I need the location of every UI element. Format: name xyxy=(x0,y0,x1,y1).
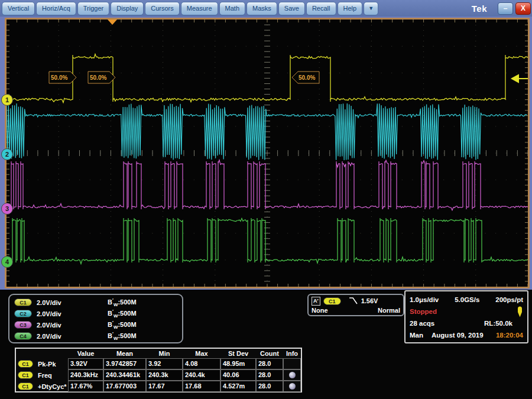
bandwidth-value: B′W:500M xyxy=(108,331,137,341)
channel-pill[interactable]: C1 xyxy=(18,382,33,390)
info-icon[interactable] xyxy=(289,383,296,390)
reference-callout: 50.0% xyxy=(87,71,116,84)
bw-limit: :500M xyxy=(118,310,136,317)
channel-row-c2: C22.0V/divB′W:500M xyxy=(14,308,177,319)
info-cell xyxy=(283,358,301,369)
info-cell xyxy=(283,369,301,381)
bandwidth-value: B′W:500M xyxy=(108,309,137,319)
measurement-row-label: C1+DtyCyc* xyxy=(16,381,68,392)
measurement-name: Freq xyxy=(38,372,52,379)
menu-item-cursors[interactable]: Cursors xyxy=(145,2,180,15)
menu-item-measure[interactable]: Measure xyxy=(181,2,218,15)
display-area: 1234 50.0%50.0%50.0% xyxy=(0,17,532,290)
vertical-scale-value: 2.0V/div xyxy=(37,322,108,329)
bandwidth-value: B′W:500M xyxy=(108,320,137,330)
measurement-value-cell: 17.67 xyxy=(146,381,183,392)
trigger-level-icon[interactable] xyxy=(512,75,528,82)
menu-item-trigger[interactable]: Trigger xyxy=(77,2,109,15)
channel-pill[interactable]: C1 xyxy=(18,360,33,368)
info-cell xyxy=(283,381,301,392)
menu-item-horiz-acq[interactable]: Horiz/Acq xyxy=(36,2,76,15)
measurement-value-cell: 17.677003 xyxy=(103,381,146,392)
measurement-table-header: ValueMeanMinMaxSt DevCountInfo xyxy=(16,349,301,358)
channel-3-badge[interactable]: 3 xyxy=(1,203,13,215)
header-blank xyxy=(16,349,68,358)
channel-c4-pill[interactable]: C4 xyxy=(14,332,32,340)
svg-text:50.0%: 50.0% xyxy=(51,74,67,81)
column-header-max: Max xyxy=(183,349,220,358)
measurement-value-cell: 40.06 xyxy=(220,369,256,381)
measurement-value-cell: 28.0 xyxy=(256,369,283,381)
channel-c3-pill[interactable]: C3 xyxy=(14,321,32,329)
resolution: 200ps/pt xyxy=(495,296,523,303)
trigger-mode-b: Normal xyxy=(378,307,400,314)
channel-4-badge[interactable]: 4 xyxy=(1,256,13,268)
column-header-st-dev: St Dev xyxy=(220,349,256,358)
measurement-value-cell: 4.527m xyxy=(220,381,256,392)
graticule-center-ticks xyxy=(17,25,528,281)
info-icon[interactable] xyxy=(289,372,296,378)
measurement-row-label: C1Freq xyxy=(16,369,68,381)
column-header-count: Count xyxy=(256,349,283,358)
svg-text:50.0%: 50.0% xyxy=(90,74,106,81)
measurement-value-cell: 3.9742857 xyxy=(103,358,146,369)
close-icon: X xyxy=(521,4,525,12)
channel-row-c1: C12.0V/divB′W:500M xyxy=(14,297,177,308)
readout-bar: C12.0V/divB′W:500MC22.0V/divB′W:500MC32.… xyxy=(0,290,532,399)
bw-prefix: B xyxy=(108,332,112,339)
menu-item-help[interactable]: Help xyxy=(338,2,363,15)
bw-limit: :500M xyxy=(118,299,136,306)
measurement-row-label: C1Pk-Pk xyxy=(16,358,68,369)
reference-callout: 50.0% xyxy=(48,71,77,84)
measurement-value-cell: 17.68 xyxy=(183,381,220,392)
measurement-value-cell: 4.08 xyxy=(183,358,220,369)
measurement-value-cell: 28.0 xyxy=(256,358,283,369)
menu-bar: VerticalHoriz/AcqTriggerDisplayCursorsMe… xyxy=(0,0,532,17)
column-header-mean: Mean xyxy=(103,349,146,358)
menu-item-display[interactable]: Display xyxy=(111,2,144,15)
date-label: August 09, 2019 xyxy=(423,332,496,339)
record-marker-icon xyxy=(517,306,523,318)
graticule xyxy=(5,18,530,288)
measurement-table: ValueMeanMinMaxSt DevCountInfo C1Pk-Pk3.… xyxy=(15,348,302,392)
tek-logo: Tek xyxy=(472,4,487,14)
channel-c2-pill[interactable]: C2 xyxy=(14,310,32,317)
menu-item-masks[interactable]: Masks xyxy=(246,2,277,15)
measurement-value-cell: 240.3k xyxy=(146,369,183,381)
trigger-position-icon[interactable] xyxy=(108,20,117,25)
svg-text:50.0%: 50.0% xyxy=(299,74,315,81)
bw-prefix: B xyxy=(108,321,112,328)
channel-1-badge[interactable]: 1 xyxy=(1,94,13,106)
menu-item-math[interactable]: Math xyxy=(219,2,245,15)
bw-prefix: B xyxy=(108,310,112,317)
channel-pill[interactable]: C1 xyxy=(18,371,33,379)
channel-c1-pill[interactable]: C1 xyxy=(14,299,32,306)
menu-item-recall[interactable]: Recall xyxy=(306,2,336,15)
waveform-plot xyxy=(7,20,528,287)
measurement-value-cell: 48.95m xyxy=(220,358,256,369)
menu-item-save[interactable]: Save xyxy=(278,2,305,15)
channel-settings-panel: C12.0V/divB′W:500MC22.0V/divB′W:500MC32.… xyxy=(8,294,183,343)
vertical-scale-value: 2.0V/div xyxy=(37,333,108,340)
bw-limit: :500M xyxy=(118,332,136,339)
bandwidth-value: B′W:500M xyxy=(108,297,137,307)
bw-prefix: B xyxy=(108,299,112,306)
minimize-icon: – xyxy=(504,4,508,12)
bw-limit: :500M xyxy=(118,321,136,328)
menu-item-vertical[interactable]: Vertical xyxy=(2,2,35,15)
timebase-panel: 1.0μs/div 5.0GS/s 200ps/pt Stopped 28 ac… xyxy=(404,290,528,343)
menu-dropdown-button[interactable]: ▼ xyxy=(364,2,378,15)
channel-row-c3: C32.0V/divB′W:500M xyxy=(14,319,177,330)
measurement-value-cell: 3.92V xyxy=(68,358,103,369)
trigger-mode-a: None xyxy=(312,307,328,314)
column-header-min: Min xyxy=(146,349,183,358)
minimize-button[interactable]: – xyxy=(498,2,513,15)
measurement-name: Pk-Pk xyxy=(38,361,56,368)
close-button[interactable]: X xyxy=(515,2,531,15)
channel-row-c4: C42.0V/divB′W:500M xyxy=(14,330,177,342)
trigger-source-pill[interactable]: C1 xyxy=(323,297,341,305)
ch4-waveform xyxy=(7,218,528,264)
record-length: RL:50.0k xyxy=(484,320,523,327)
sample-rate: 5.0GS/s xyxy=(439,296,495,303)
channel-2-badge[interactable]: 2 xyxy=(1,148,13,160)
